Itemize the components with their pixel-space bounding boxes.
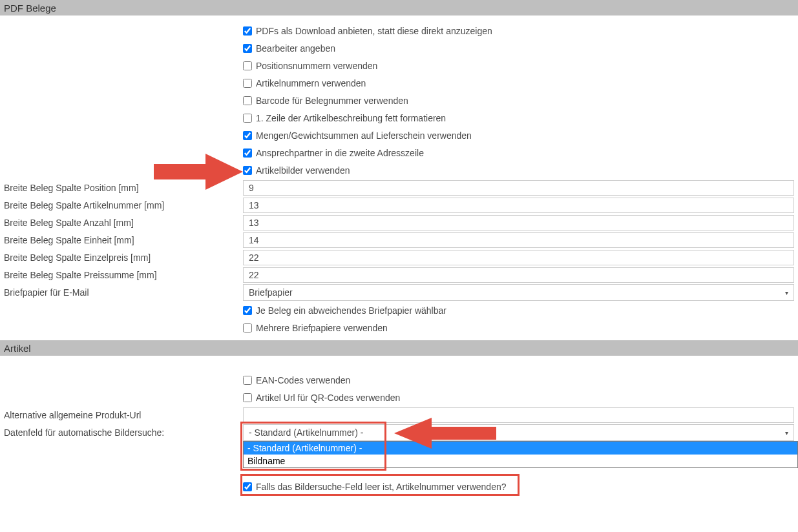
field-label: Breite Beleg Spalte Position [mm] — [0, 183, 243, 193]
field-label: Alternative allgemeine Produkt-Url — [0, 410, 243, 420]
field-row: Breite Beleg Spalte Einheit [mm] — [0, 231, 798, 249]
section-title: PDF Belege — [4, 3, 56, 14]
pdf-option-row: Barcode für Belegnummer verwenden — [0, 92, 798, 109]
checkbox-label: Artikel Url für QR-Codes verwenden — [256, 393, 400, 403]
pdf-option-checkbox[interactable] — [243, 114, 252, 123]
field-input[interactable] — [243, 180, 794, 196]
artikel-option-checkbox[interactable] — [243, 376, 252, 385]
section-title: Artikel — [4, 343, 31, 354]
pdf-option-row: Je Beleg ein abweichendes Briefpapier wä… — [0, 302, 798, 319]
pdf-option-row: Mengen/Gewichtsummen auf Lieferschein ve… — [0, 127, 798, 144]
pdf-option-row: Artikelnummern verwenden — [0, 74, 798, 92]
field-row: Breite Beleg Spalte Preissumme [mm] — [0, 266, 798, 283]
pdf-option-row: 1. Zeile der Artikelbeschreibung fett fo… — [0, 109, 798, 127]
artikel-option-row: Artikel Url für QR-Codes verwenden — [0, 389, 798, 406]
checkbox-label: 1. Zeile der Artikelbeschreibung fett fo… — [256, 113, 446, 123]
checkbox-label: Bearbeiter angeben — [256, 43, 335, 54]
datenfeld-dropdown[interactable]: - Standard (Artikelnummer) - Bildname — [243, 441, 798, 468]
checkbox-label: Je Beleg ein abweichendes Briefpapier wä… — [256, 305, 446, 316]
pdf-option-row: PDFs als Download anbieten, statt diese … — [0, 22, 798, 39]
pdf-option-checkbox[interactable] — [243, 306, 252, 315]
pdf-option-checkbox[interactable] — [243, 148, 252, 158]
section-header-pdf: PDF Belege — [0, 0, 798, 15]
field-row: Breite Beleg Spalte Position [mm] — [0, 179, 798, 196]
checkbox-label: EAN-Codes verwenden — [256, 375, 350, 385]
select-value: Briefpapier — [249, 287, 293, 298]
field-label: Datenfeld für automatische Bildersuche: — [0, 427, 243, 438]
field-label: Breite Beleg Spalte Artikelnummer [mm] — [0, 200, 243, 210]
chevron-down-icon: ▾ — [785, 429, 788, 436]
field-label: Breite Beleg Spalte Preissumme [mm] — [0, 270, 243, 280]
row-briefpapier: Briefpapier für E-Mail Briefpapier ▾ — [0, 283, 798, 302]
row-alt-url: Alternative allgemeine Produkt-Url — [0, 406, 798, 424]
dropdown-option[interactable]: Bildname — [244, 455, 797, 467]
field-input[interactable] — [243, 250, 794, 265]
pdf-option-row: Artikelbilder verwenden — [0, 161, 798, 179]
field-label: Breite Beleg Spalte Anzahl [mm] — [0, 218, 243, 228]
pdf-option-row: Mehrere Briefpapiere verwenden — [0, 319, 798, 336]
fallback-checkbox[interactable] — [243, 482, 252, 491]
field-label: Breite Beleg Spalte Einheit [mm] — [0, 235, 243, 245]
field-label: Briefpapier für E-Mail — [0, 287, 243, 298]
row-fallback: Falls das Bildersuche-Feld leer ist, Art… — [0, 478, 798, 495]
pdf-option-checkbox[interactable] — [243, 61, 252, 70]
pdf-option-checkbox[interactable] — [243, 323, 252, 332]
field-input[interactable] — [243, 215, 794, 230]
checkbox-label: Artikelbilder verwenden — [256, 165, 350, 176]
checkbox-label: Falls das Bildersuche-Feld leer ist, Art… — [256, 482, 507, 492]
field-row: Breite Beleg Spalte Anzahl [mm] — [0, 214, 798, 231]
pdf-option-checkbox[interactable] — [243, 131, 252, 140]
select-value: - Standard (Artikelnummer) - — [249, 427, 363, 438]
artikel-option-checkbox[interactable] — [243, 393, 252, 402]
pdf-option-row: Positionsnummern verwenden — [0, 57, 798, 74]
field-row: Breite Beleg Spalte Einzelpreis [mm] — [0, 249, 798, 266]
artikel-option-row: EAN-Codes verwenden — [0, 371, 798, 389]
field-label: Breite Beleg Spalte Einzelpreis [mm] — [0, 252, 243, 263]
briefpapier-select[interactable]: Briefpapier ▾ — [243, 284, 794, 301]
checkbox-label: Mengen/Gewichtsummen auf Lieferschein ve… — [256, 130, 472, 141]
pdf-option-checkbox[interactable] — [243, 26, 252, 36]
section-body-artikel: EAN-Codes verwendenArtikel Url für QR-Co… — [0, 356, 798, 512]
section-header-artikel: Artikel — [0, 340, 798, 356]
field-input[interactable] — [243, 232, 794, 248]
pdf-option-row: Ansprechpartner in die zweite Adresszeil… — [0, 144, 798, 161]
dropdown-option[interactable]: - Standard (Artikelnummer) - — [244, 442, 797, 455]
checkbox-label: PDFs als Download anbieten, statt diese … — [256, 26, 492, 36]
datenfeld-select[interactable]: - Standard (Artikelnummer) - ▾ — [243, 424, 794, 441]
pdf-option-row: Bearbeiter angeben — [0, 39, 798, 57]
section-body-pdf: PDFs als Download anbieten, statt diese … — [0, 15, 798, 340]
pdf-option-checkbox[interactable] — [243, 79, 252, 88]
alt-url-input[interactable] — [243, 407, 794, 423]
field-input[interactable] — [243, 198, 794, 213]
page-root: PDF Belege PDFs als Download anbieten, s… — [0, 0, 798, 512]
checkbox-label: Barcode für Belegnummer verwenden — [256, 96, 408, 106]
chevron-down-icon: ▾ — [785, 289, 788, 296]
checkbox-label: Mehrere Briefpapiere verwenden — [256, 323, 388, 333]
pdf-option-checkbox[interactable] — [243, 44, 252, 53]
checkbox-label: Artikelnummern verwenden — [256, 78, 366, 88]
row-datenfeld: Datenfeld für automatische Bildersuche: … — [0, 424, 798, 442]
pdf-option-checkbox[interactable] — [243, 96, 252, 105]
checkbox-label: Positionsnummern verwenden — [256, 61, 377, 71]
checkbox-label: Ansprechpartner in die zweite Adresszeil… — [256, 148, 424, 158]
pdf-option-checkbox[interactable] — [243, 166, 252, 175]
field-input[interactable] — [243, 267, 794, 283]
field-row: Breite Beleg Spalte Artikelnummer [mm] — [0, 196, 798, 214]
